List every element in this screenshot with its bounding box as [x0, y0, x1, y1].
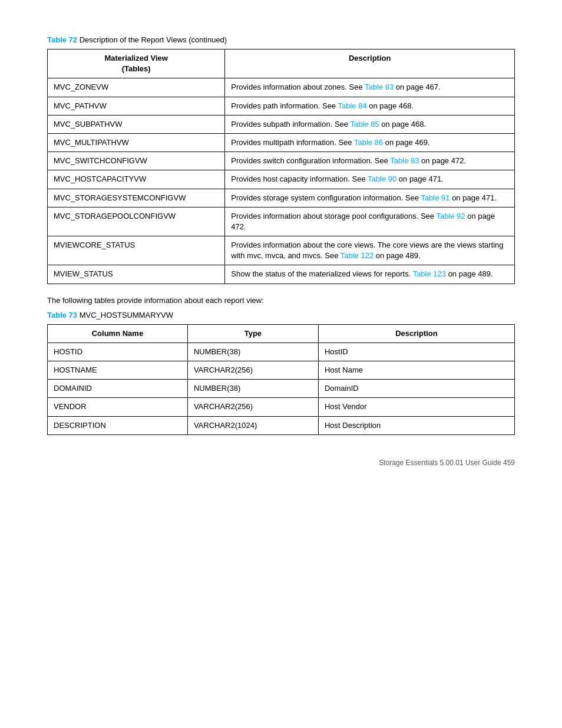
- table-row: MVIEW_STATUSShow the status of the mater…: [48, 265, 515, 284]
- page-footer: Storage Essentials 5.00.01 User Guide 45…: [47, 459, 515, 467]
- table72-caption: Table 72 Description of the Report Views…: [47, 35, 515, 44]
- view-name-cell: MVIEW_STATUS: [48, 265, 225, 284]
- table72-col1-header: Materialized View(Tables): [48, 50, 225, 78]
- table-row: DESCRIPTIONVARCHAR2(1024)Host Descriptio…: [48, 416, 515, 434]
- table73-caption: Table 73 MVC_HOSTSUMMARYVW: [47, 311, 515, 319]
- view-name-cell: MVC_STORAGESYSTEMCONFIGVW: [48, 189, 225, 207]
- view-name-cell: MVC_PATHVW: [48, 97, 225, 115]
- desc-cell: DomainID: [318, 380, 514, 398]
- table-link[interactable]: Table 123: [413, 269, 446, 278]
- view-name-cell: MVC_SUBPATHVW: [48, 115, 225, 133]
- table-link[interactable]: Table 122: [340, 251, 373, 260]
- desc-cell: Host Description: [318, 416, 514, 434]
- view-name-cell: MVC_SWITCHCONFIGVW: [48, 152, 225, 170]
- table-row: HOSTIDNUMBER(38)HostID: [48, 342, 515, 361]
- table-link[interactable]: Table 83: [365, 83, 394, 91]
- table-link[interactable]: Table 85: [350, 120, 379, 129]
- table-row: MVC_STORAGESYSTEMCONFIGVWProvides storag…: [48, 189, 515, 207]
- colname-cell: HOSTID: [48, 342, 188, 361]
- table73-col2-header: Type: [187, 324, 318, 342]
- table72-label: Table 72: [47, 35, 77, 44]
- between-text: The following tables provide information…: [47, 296, 515, 305]
- table72-col2-header: Description: [225, 50, 515, 78]
- table-row: MVIEWCORE_STATUSProvides information abo…: [48, 236, 515, 265]
- description-cell: Provides path information. See Table 84 …: [225, 97, 515, 115]
- description-cell: Provides information about the core view…: [225, 236, 515, 265]
- description-cell: Provides multipath information. See Tabl…: [225, 133, 515, 151]
- table73-label: Table 73: [47, 311, 77, 319]
- view-name-cell: MVIEWCORE_STATUS: [48, 236, 225, 265]
- table-row: MVC_MULTIPATHVWProvides multipath inform…: [48, 133, 515, 151]
- table73-col1-header: Column Name: [48, 324, 188, 342]
- table-row: MVC_PATHVWProvides path information. See…: [48, 97, 515, 115]
- table-row: MVC_SUBPATHVWProvides subpath informatio…: [48, 115, 515, 133]
- type-cell: VARCHAR2(1024): [187, 416, 318, 434]
- colname-cell: VENDOR: [48, 398, 188, 416]
- table-row: HOSTNAMEVARCHAR2(256)Host Name: [48, 361, 515, 380]
- table-row: MVC_STORAGEPOOLCONFIGVWProvides informat…: [48, 207, 515, 236]
- description-cell: Provides storage system configuration in…: [225, 189, 515, 207]
- desc-cell: Host Vendor: [318, 398, 514, 416]
- table-link[interactable]: Table 92: [436, 212, 465, 220]
- table-row: MVC_HOSTCAPACITYVWProvides host capacity…: [48, 170, 515, 189]
- table73-title: MVC_HOSTSUMMARYVW: [77, 311, 173, 319]
- table-link[interactable]: Table 93: [390, 156, 419, 165]
- table-link[interactable]: Table 84: [338, 101, 366, 110]
- desc-cell: HostID: [318, 342, 514, 361]
- table73: Column Name Type Description HOSTIDNUMBE…: [47, 324, 515, 435]
- table-row: MVC_SWITCHCONFIGVWProvides switch config…: [48, 152, 515, 170]
- table-link[interactable]: Table 90: [368, 174, 396, 183]
- description-cell: Provides information about storage pool …: [225, 207, 515, 236]
- table-row: VENDORVARCHAR2(256)Host Vendor: [48, 398, 515, 416]
- description-cell: Show the status of the materialized view…: [225, 265, 515, 284]
- colname-cell: DOMAINID: [48, 380, 188, 398]
- table-link[interactable]: Table 91: [421, 193, 449, 202]
- type-cell: NUMBER(38): [187, 380, 318, 398]
- desc-cell: Host Name: [318, 361, 514, 380]
- table-row: DOMAINIDNUMBER(38)DomainID: [48, 380, 515, 398]
- view-name-cell: MVC_MULTIPATHVW: [48, 133, 225, 151]
- colname-cell: HOSTNAME: [48, 361, 188, 380]
- type-cell: VARCHAR2(256): [187, 398, 318, 416]
- description-cell: Provides information about zones. See Ta…: [225, 78, 515, 97]
- type-cell: NUMBER(38): [187, 342, 318, 361]
- table-row: MVC_ZONEVWProvides information about zon…: [48, 78, 515, 97]
- type-cell: VARCHAR2(256): [187, 361, 318, 380]
- colname-cell: DESCRIPTION: [48, 416, 188, 434]
- table73-col3-header: Description: [318, 324, 514, 342]
- view-name-cell: MVC_ZONEVW: [48, 78, 225, 97]
- view-name-cell: MVC_STORAGEPOOLCONFIGVW: [48, 207, 225, 236]
- description-cell: Provides subpath information. See Table …: [225, 115, 515, 133]
- description-cell: Provides switch configuration informatio…: [225, 152, 515, 170]
- table72: Materialized View(Tables) Description MV…: [47, 49, 515, 284]
- table-link[interactable]: Table 86: [354, 138, 383, 147]
- description-cell: Provides host capacity information. See …: [225, 170, 515, 189]
- view-name-cell: MVC_HOSTCAPACITYVW: [48, 170, 225, 189]
- table72-title: Description of the Report Views (continu…: [77, 35, 227, 44]
